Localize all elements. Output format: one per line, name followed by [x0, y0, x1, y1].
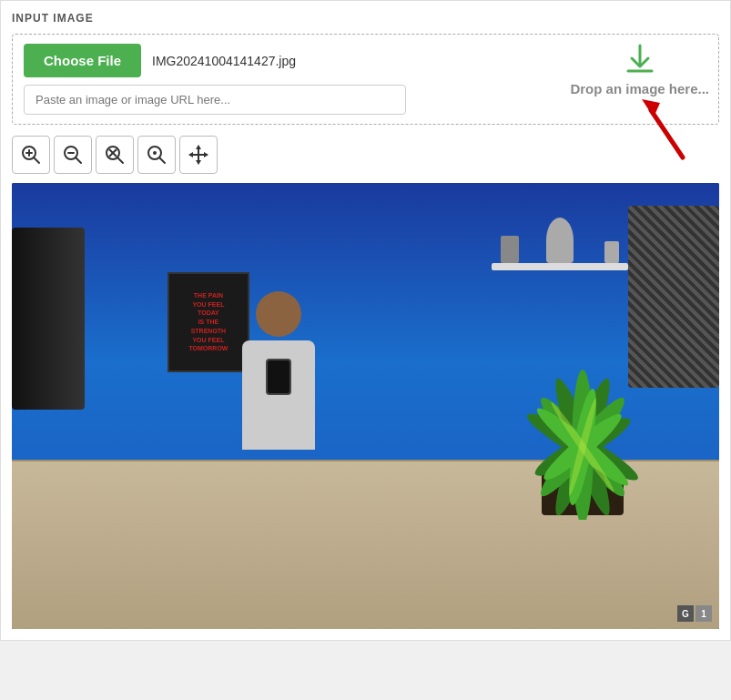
watermark-g: G [677, 605, 694, 622]
paste-url-input[interactable] [24, 85, 406, 115]
section-title: INPUT IMAGE [12, 12, 719, 25]
drop-icon [624, 42, 656, 79]
photo-scene: THE PAINYOU FEELTODAYIS THESTRENGTHYOU F… [12, 183, 719, 629]
plant-svg [464, 247, 701, 520]
person-head [256, 291, 301, 337]
zoom-in-button[interactable] [12, 136, 50, 174]
image-display: THE PAINYOU FEELTODAYIS THESTRENGTHYOU F… [12, 183, 719, 629]
camera-rig [12, 228, 85, 410]
drop-text-label: Drop an image here... [570, 81, 709, 96]
watermark: G 1 [677, 605, 712, 622]
svg-line-14 [117, 157, 123, 163]
svg-point-16 [153, 151, 157, 155]
svg-line-7 [34, 157, 39, 163]
svg-marker-20 [196, 145, 201, 149]
person-phone [266, 359, 291, 395]
pan-button[interactable] [179, 136, 218, 174]
svg-marker-23 [204, 152, 208, 157]
svg-line-17 [159, 157, 165, 163]
choose-file-button[interactable]: Choose File [24, 44, 141, 77]
drop-area[interactable]: Drop an image here... [570, 42, 709, 96]
zoom-fit-button[interactable] [137, 136, 176, 174]
zoom-out-button[interactable] [54, 136, 92, 174]
person-body [242, 340, 315, 450]
watermark-1: 1 [695, 605, 712, 622]
svg-marker-21 [196, 160, 201, 165]
svg-line-10 [76, 157, 81, 163]
person [224, 291, 333, 473]
main-container: INPUT IMAGE Choose File IMG2024100414142… [0, 0, 731, 641]
svg-marker-22 [188, 152, 193, 157]
zoom-reset-button[interactable] [96, 136, 134, 174]
filename-display: IMG20241004141427.jpg [152, 54, 296, 68]
input-area: Choose File IMG20241004141427.jpg Drop a… [12, 34, 719, 125]
zoom-toolbar [12, 136, 719, 174]
